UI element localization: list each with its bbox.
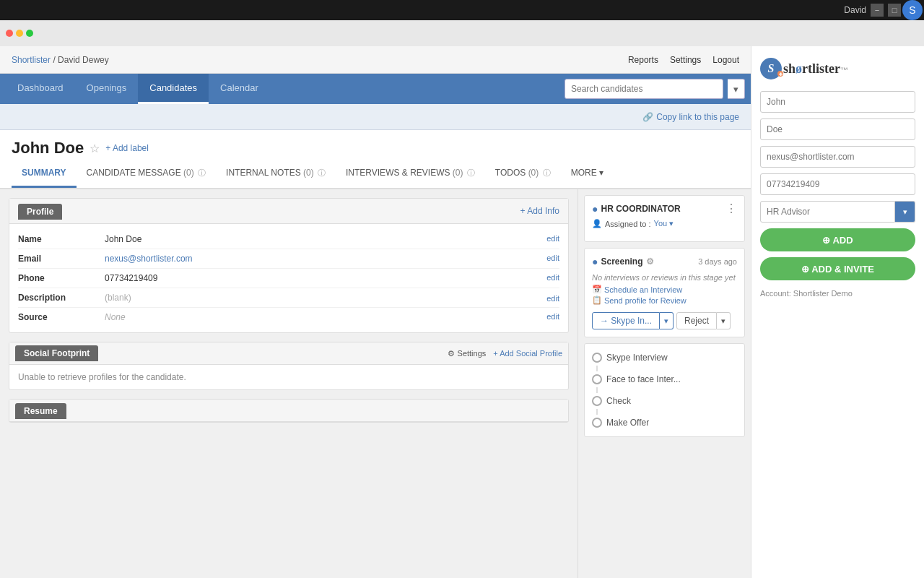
stage-make-offer[interactable]: Make Offer bbox=[592, 415, 737, 431]
sub-tab-summary[interactable]: SUMMARY bbox=[12, 160, 77, 188]
sidebar-role-input[interactable] bbox=[760, 201, 895, 223]
hr-coordinator-label: HR COORDINATOR bbox=[601, 204, 680, 214]
sidebar-add-button[interactable]: ⊕ ADD bbox=[760, 228, 915, 251]
stage-circle-offer bbox=[592, 418, 602, 428]
hr-more-button[interactable]: ⋮ bbox=[725, 203, 737, 215]
sidebar-email-input[interactable] bbox=[760, 146, 915, 168]
sub-tab-more[interactable]: MORE ▾ bbox=[561, 160, 614, 188]
add-info-button[interactable]: + Add Info bbox=[520, 206, 559, 216]
social-actions: ⚙ Settings + Add Social Profile bbox=[448, 349, 562, 358]
screening-card: ● Screening ⚙ 3 days ago No interviews o… bbox=[584, 248, 745, 337]
settings-link[interactable]: Settings bbox=[670, 55, 701, 65]
logo: S ✤ shørtlister™ bbox=[760, 58, 848, 79]
add-label-link[interactable]: + Add label bbox=[105, 143, 149, 153]
search-dropdown-button[interactable]: ▾ bbox=[728, 79, 745, 99]
titlebar: David − □ ✕ S bbox=[0, 0, 924, 20]
tab-openings[interactable]: Openings bbox=[75, 74, 139, 104]
screening-gear-icon[interactable]: ⚙ bbox=[646, 256, 654, 267]
candidate-header: John Doe ☆ + Add label bbox=[0, 130, 751, 160]
edit-description-button[interactable]: edit bbox=[546, 294, 559, 303]
sub-tab-internal-notes[interactable]: INTERNAL NOTES (0) ⓘ bbox=[216, 160, 336, 188]
profile-row-email: Email nexus@shortlister.com edit bbox=[18, 249, 559, 269]
breadcrumb-app[interactable]: Shortlister bbox=[12, 55, 51, 65]
sidebar-lastname-input[interactable] bbox=[760, 118, 915, 140]
tab-dashboard[interactable]: Dashboard bbox=[6, 74, 75, 104]
stage-label-skype: Skype Interview bbox=[606, 353, 668, 363]
sidebar-role-dropdown-button[interactable]: ▾ bbox=[895, 201, 915, 223]
main-wrapper: Shortlister / David Dewey Reports Settin… bbox=[0, 46, 924, 578]
profile-label-source: Source bbox=[18, 312, 105, 322]
reject-dropdown-button[interactable]: ▾ bbox=[717, 312, 731, 329]
sidebar-add-invite-button[interactable]: ⊕ ADD & INVITE bbox=[760, 257, 915, 280]
profile-title: Profile bbox=[18, 204, 62, 220]
assigned-value-button[interactable]: You ▾ bbox=[654, 219, 674, 228]
profile-label-phone: Phone bbox=[18, 273, 105, 283]
tab-candidates[interactable]: Candidates bbox=[138, 74, 209, 104]
stage-label-face: Face to face Inter... bbox=[606, 374, 681, 384]
add-social-profile-button[interactable]: + Add Social Profile bbox=[493, 349, 562, 358]
reject-button[interactable]: Reject bbox=[676, 312, 717, 329]
edit-name-button[interactable]: edit bbox=[546, 234, 559, 243]
pipeline-stages: Skype Interview Face to face Inter... Ch… bbox=[584, 343, 745, 437]
profile-row-source: Source None edit bbox=[18, 308, 559, 327]
logo-area: S ✤ shørtlister™ bbox=[760, 58, 915, 79]
send-profile-review-label: Send profile for Review bbox=[604, 296, 687, 305]
stage-face-to-face[interactable]: Face to face Inter... bbox=[592, 371, 737, 387]
right-panel: ● HR COORDINATOR ⋮ 👤 Assigned to : You ▾ bbox=[578, 189, 751, 578]
titlebar-user: David bbox=[844, 5, 866, 15]
skype-in-button[interactable]: → Skype In... bbox=[592, 312, 660, 329]
todos-info-icon[interactable]: ⓘ bbox=[543, 168, 551, 177]
profile-section: Profile + Add Info Name John Doe edit Em… bbox=[9, 198, 569, 333]
profile-row-description: Description (blank) edit bbox=[18, 288, 559, 308]
sub-tab-todos[interactable]: TODOS (0) ⓘ bbox=[485, 160, 561, 188]
sidebar-phone-input[interactable] bbox=[760, 173, 915, 195]
schedule-interview-label: Schedule an Interview bbox=[604, 285, 682, 294]
stage-skype-interview[interactable]: Skype Interview bbox=[592, 350, 737, 366]
edit-source-button[interactable]: edit bbox=[546, 312, 559, 321]
clipboard-icon: 📋 bbox=[592, 296, 602, 305]
hr-card-header: ● HR COORDINATOR ⋮ bbox=[592, 203, 737, 215]
hr-card-title: ● HR COORDINATOR bbox=[592, 203, 681, 215]
stage-check[interactable]: Check bbox=[592, 393, 737, 409]
candidate-message-info-icon[interactable]: ⓘ bbox=[198, 168, 206, 177]
social-settings-button[interactable]: ⚙ Settings bbox=[448, 349, 486, 358]
copy-link-button[interactable]: 🔗 Copy link to this page bbox=[642, 112, 739, 122]
edit-phone-button[interactable]: edit bbox=[546, 273, 559, 282]
tab-bar: Dashboard Openings Candidates Calendar ▾ bbox=[0, 74, 751, 104]
copy-link-bar: 🔗 Copy link to this page bbox=[0, 104, 751, 130]
right-sidebar: S ✤ shørtlister™ ▾ ⊕ ADD ⊕ ADD & INVITE … bbox=[751, 46, 924, 578]
internal-notes-info-icon[interactable]: ⓘ bbox=[318, 168, 326, 177]
reports-link[interactable]: Reports bbox=[628, 55, 658, 65]
screening-label: Screening bbox=[601, 256, 642, 267]
schedule-interview-button[interactable]: 📅 Schedule an Interview bbox=[592, 285, 682, 294]
maximize-button[interactable]: □ bbox=[888, 4, 901, 17]
sidebar-firstname-input[interactable] bbox=[760, 91, 915, 113]
tab-bar-left: Dashboard Openings Candidates Calendar bbox=[6, 74, 270, 104]
hr-assigned: 👤 Assigned to : You ▾ bbox=[592, 219, 737, 228]
search-input[interactable] bbox=[565, 79, 723, 99]
profile-row-phone: Phone 07734219409 edit bbox=[18, 269, 559, 288]
social-body: Unable to retrieve profiles for the cand… bbox=[9, 365, 568, 389]
stage-circle-skype bbox=[592, 353, 602, 363]
tab-calendar[interactable]: Calendar bbox=[209, 74, 270, 104]
screening-header: ● Screening ⚙ 3 days ago bbox=[592, 256, 737, 267]
star-icon[interactable]: ☆ bbox=[90, 142, 100, 155]
minimize-button[interactable]: − bbox=[871, 4, 884, 17]
profile-row-name: Name John Doe edit bbox=[18, 230, 559, 249]
person-icon: 👤 bbox=[592, 219, 602, 228]
sub-tab-candidate-message[interactable]: CANDIDATE MESSAGE (0) ⓘ bbox=[77, 160, 217, 188]
breadcrumb-page: David Dewey bbox=[58, 55, 109, 65]
send-profile-review-button[interactable]: 📋 Send profile for Review bbox=[592, 296, 687, 305]
logout-link[interactable]: Logout bbox=[712, 55, 739, 65]
logo-text-highlight: ø bbox=[796, 61, 802, 76]
edit-email-button[interactable]: edit bbox=[546, 254, 559, 262]
profile-value-email: nexus@shortlister.com bbox=[105, 254, 541, 264]
profile-table: Name John Doe edit Email nexus@shortlist… bbox=[9, 224, 568, 332]
interviews-reviews-info-icon[interactable]: ⓘ bbox=[467, 168, 475, 177]
sub-tab-interviews-reviews[interactable]: INTERVIEWS & REVIEWS (0) ⓘ bbox=[336, 160, 485, 188]
reject-btn-wrap: Reject ▾ bbox=[676, 312, 731, 329]
screening-dot-icon: ● bbox=[592, 256, 598, 267]
profile-value-name: John Doe bbox=[105, 234, 541, 244]
skype-dropdown-button[interactable]: ▾ bbox=[660, 312, 674, 329]
assigned-label: Assigned to : bbox=[605, 220, 651, 228]
